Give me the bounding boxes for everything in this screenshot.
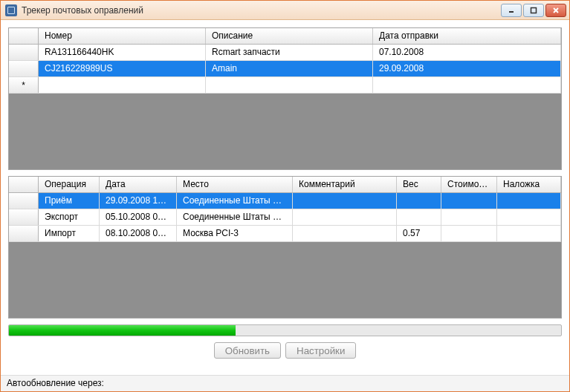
col-weight[interactable]: Вес [397,177,441,192]
status-bar: Автообновление через: [1,375,569,391]
cell-send-date[interactable] [373,77,561,93]
cell-cod[interactable] [497,209,561,225]
row-selector[interactable] [9,193,39,209]
cell-number[interactable] [39,77,206,93]
cell-weight[interactable] [397,209,441,225]
col-send-date[interactable]: Дата отправки [373,28,561,44]
settings-button[interactable]: Настройки [285,342,356,359]
cell-send-date[interactable]: 07.10.2008 [373,45,561,60]
cell-place[interactable]: Москва PCI-3 [177,226,293,241]
packages-grid[interactable]: Номер Описание Дата отправки RA131166440… [8,27,562,170]
cell-send-date[interactable]: 29.09.2008 [373,61,561,76]
progress-bar [8,324,562,336]
status-text: Автообновление через: [7,378,104,388]
cell-description[interactable]: Rcmart запчасти [206,45,373,60]
refresh-button[interactable]: Обновить [214,342,281,359]
progress-fill [9,325,236,336]
cell-op[interactable]: Экспорт [39,209,100,225]
svg-rect-1 [531,7,537,13]
operations-grid-header: Операция Дата Место Комментарий Вес Стои… [9,177,561,193]
col-operation[interactable]: Операция [39,177,100,192]
col-description[interactable]: Описание [206,28,373,44]
col-date[interactable]: Дата [100,177,177,192]
cell-place[interactable]: Соединенные Штаты Амер... [177,209,293,225]
app-window: Трекер почтовых оправлений Номер Описани… [0,0,570,392]
cell-number[interactable]: RA131166440HK [39,45,206,60]
cell-cod[interactable] [497,226,561,241]
row-selector[interactable] [9,45,39,60]
col-place[interactable]: Место [177,177,293,192]
window-controls [501,4,566,17]
col-cost[interactable]: Стоимость [441,177,497,192]
close-button[interactable] [545,4,566,17]
table-row[interactable]: Приём 29.09.2008 18:25 Соединенные Штаты… [9,193,561,209]
cell-cod[interactable] [497,193,561,209]
button-row: Обновить Настройки [8,342,562,359]
client-area: Номер Описание Дата отправки RA131166440… [1,20,569,375]
maximize-button[interactable] [523,4,544,17]
col-comment[interactable]: Комментарий [293,177,397,192]
cell-weight[interactable]: 0.57 [397,226,441,241]
table-row[interactable]: Экспорт 05.10.2008 07:12 Соединенные Шта… [9,209,561,226]
table-row[interactable]: RA131166440HK Rcmart запчасти 07.10.2008 [9,45,561,61]
cell-description[interactable] [206,77,373,93]
cell-cost[interactable] [441,209,497,225]
cell-description[interactable]: Amain [206,61,373,76]
window-title: Трекер почтовых оправлений [22,5,501,16]
col-cod[interactable]: Наложка [497,177,561,192]
operations-grid[interactable]: Операция Дата Место Комментарий Вес Стои… [8,176,562,318]
cell-place[interactable]: Соединенные Штаты Амер... [177,193,293,209]
row-selector-header [9,28,39,44]
cell-cost[interactable] [441,226,497,241]
row-selector-header [9,177,39,192]
row-selector[interactable] [9,61,39,76]
packages-grid-body: RA131166440HK Rcmart запчасти 07.10.2008… [9,45,561,94]
new-row-glyph: * [9,77,39,93]
cell-number[interactable]: CJ216228989US [39,61,206,76]
col-number[interactable]: Номер [39,28,206,44]
cell-weight[interactable] [397,193,441,209]
cell-comment[interactable] [293,209,397,225]
operations-grid-body: Приём 29.09.2008 18:25 Соединенные Штаты… [9,193,561,242]
cell-comment[interactable] [293,193,397,209]
cell-date[interactable]: 08.10.2008 05:05 [100,226,177,241]
cell-comment[interactable] [293,226,397,241]
new-row[interactable]: * [9,77,561,94]
cell-op[interactable]: Импорт [39,226,100,241]
row-selector[interactable] [9,226,39,241]
titlebar[interactable]: Трекер почтовых оправлений [1,1,569,20]
cell-cost[interactable] [441,193,497,209]
table-row[interactable]: CJ216228989US Amain 29.09.2008 [9,61,561,77]
cell-date[interactable]: 29.09.2008 18:25 [100,193,177,209]
cell-date[interactable]: 05.10.2008 07:12 [100,209,177,225]
minimize-button[interactable] [501,4,522,17]
app-icon [5,4,17,16]
cell-op[interactable]: Приём [39,193,100,209]
row-selector[interactable] [9,209,39,225]
table-row[interactable]: Импорт 08.10.2008 05:05 Москва PCI-3 0.5… [9,226,561,242]
packages-grid-header: Номер Описание Дата отправки [9,28,561,45]
